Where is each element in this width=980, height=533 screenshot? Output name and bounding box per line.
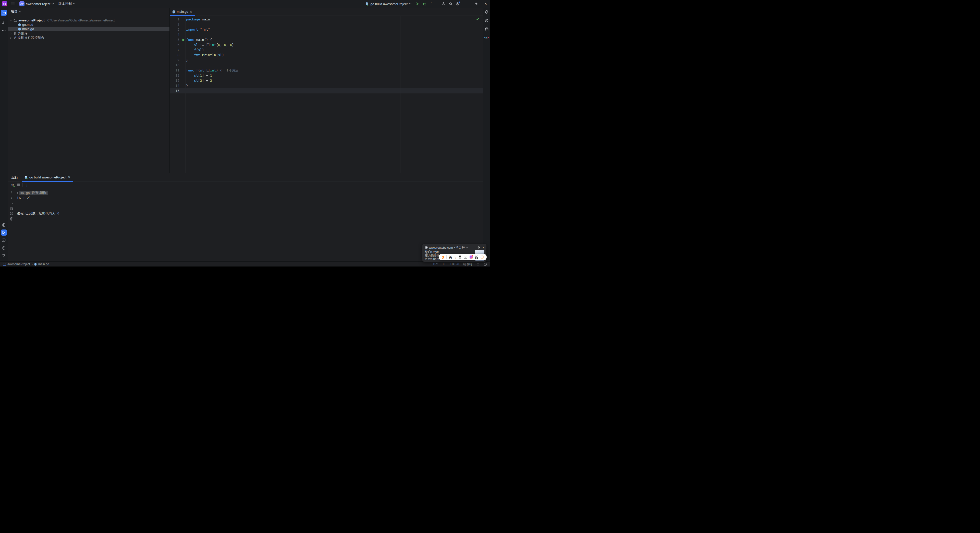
close-tab-icon[interactable]: ✕ (68, 176, 70, 179)
code-line[interactable]: 15 (170, 88, 483, 94)
readonly-toggle-icon[interactable] (476, 263, 479, 266)
vcs-menu[interactable]: 版本控制 (57, 1, 76, 7)
code-line[interactable]: 5func main() { (170, 37, 483, 42)
code-line[interactable]: 6 sl := []int{6, 6, 6} (170, 42, 483, 48)
more-actions-button[interactable]: ⋮ (428, 1, 434, 7)
restore-button[interactable] (472, 0, 480, 8)
code-line[interactable]: 10 (170, 63, 483, 68)
notification-settings-icon[interactable] (477, 246, 480, 249)
soft-wrap-button[interactable] (10, 201, 13, 205)
inspection-widget-icon[interactable] (484, 263, 487, 266)
code-line[interactable]: 13 sl[2] = 2 (170, 78, 483, 83)
ime-emoji-icon[interactable] (480, 256, 484, 259)
editor-options-button[interactable]: ⋮ (477, 10, 481, 14)
run-panel-header: 运行 go build awesomeProject ✕ (8, 173, 483, 182)
run-tool-button[interactable] (1, 229, 7, 235)
breadcrumb-file[interactable]: main.go (38, 263, 49, 266)
more-tool-windows-button[interactable] (1, 27, 7, 33)
ime-toolbox-icon[interactable] (475, 256, 478, 259)
process-exit-message: 进程 已完成，退出代码为 0 (17, 212, 59, 215)
project-name: awesomeProject (26, 2, 50, 6)
code-token: ) { (216, 68, 224, 72)
encoding-widget[interactable]: UTF-8 (450, 263, 459, 266)
code-line[interactable]: 14} (170, 83, 483, 88)
code-line[interactable]: 11func f(sl []int) { 1 个用法 (170, 68, 483, 73)
project-avatar: AP (19, 1, 24, 6)
code-line[interactable]: 3import "fmt" (170, 27, 483, 32)
ime-mic-icon[interactable] (458, 255, 461, 259)
code-line[interactable]: 9} (170, 58, 483, 63)
line-number: 10 (170, 63, 181, 68)
ime-punctuation-icon[interactable]: ’, (455, 256, 456, 259)
fold-expand-icon[interactable]: > (17, 191, 19, 195)
minimize-button[interactable]: — (462, 0, 471, 8)
run-button[interactable] (414, 1, 420, 7)
project-selector[interactable]: AP awesomeProject (18, 0, 55, 7)
code-token: ] = (202, 79, 210, 83)
close-window-button[interactable]: ✕ (481, 0, 490, 8)
project-tool-button[interactable] (1, 10, 7, 16)
code-line[interactable]: 12 sl[1] = 1 (170, 73, 483, 78)
notification-header: www.youtube.com • 8 分钟 ✕ (425, 245, 484, 250)
structure-tool-button[interactable] (1, 20, 7, 26)
clear-console-button[interactable] (10, 217, 13, 221)
code-line[interactable]: 8 fmt.Println(sl) (170, 53, 483, 58)
console-output[interactable]: ><4 go 设置调用> [6 1 2] 进程 已完成，退出代码为 0 (15, 188, 483, 261)
run-line-icon[interactable] (181, 37, 186, 42)
project-panel-header[interactable]: 项目 (8, 8, 169, 16)
line-separator-widget[interactable]: LF (443, 263, 446, 266)
print-button[interactable] (10, 212, 13, 215)
main-menu-button[interactable] (10, 1, 16, 7)
folded-command-chip[interactable]: <4 go 设置调用> (19, 191, 48, 195)
code-with-me-button[interactable] (441, 1, 447, 7)
version-control-tool-button[interactable] (1, 253, 7, 259)
debug-button[interactable] (421, 1, 427, 7)
rerun-button[interactable]: ↻ (11, 183, 14, 187)
run-configuration-selector[interactable]: go build awesomeProject (364, 2, 413, 6)
code-line[interactable]: 1package main (170, 17, 483, 22)
indent-widget[interactable]: 制表符 (463, 262, 473, 267)
close-tab-icon[interactable]: ✕ (189, 10, 192, 14)
code-token (194, 68, 196, 72)
code-line[interactable]: 7 f(sl) (170, 48, 483, 53)
tree-item-main-go[interactable]: main.go (8, 27, 169, 31)
ime-toolbar[interactable]: S 英 ’, (439, 254, 487, 260)
scroll-to-end-button[interactable] (10, 207, 13, 210)
ime-language-mode[interactable]: 英 (449, 256, 452, 259)
ime-keyboard-icon[interactable] (464, 256, 467, 259)
tree-item-external-libraries[interactable]: 外部库 (8, 31, 169, 35)
editor-tab-main-go[interactable]: main.go ✕ (170, 8, 195, 16)
tree-item-go-mod[interactable]: go.mod (8, 22, 169, 27)
problems-tool-button[interactable] (1, 245, 7, 251)
notifications-button[interactable] (485, 10, 489, 14)
code-line[interactable]: 4 (170, 32, 483, 37)
code-text (186, 63, 186, 68)
stop-button[interactable] (17, 183, 20, 186)
code-text: f(sl) (186, 48, 204, 53)
notification-close-icon[interactable]: ✕ (482, 246, 484, 249)
code-editor[interactable]: 1package main23import "fmt"45func main()… (170, 16, 483, 173)
caret-position-widget[interactable]: 15:1 (433, 263, 439, 266)
prev-occurrence-button[interactable]: ↑ (11, 191, 12, 194)
database-button[interactable] (485, 27, 489, 32)
run-more-options-button[interactable]: ⋮ (25, 183, 29, 187)
terminal-tool-button[interactable] (1, 237, 7, 243)
project-panel: 项目 awesomeProjec (8, 8, 170, 173)
run-tab-label: go build awesomeProject (29, 175, 66, 179)
settings-button[interactable] (455, 1, 461, 7)
next-occurrence-button[interactable]: ↓ (11, 196, 12, 199)
chevron-down-icon (19, 11, 21, 13)
ime-skin-icon[interactable] (469, 256, 473, 259)
ai-assistant-button[interactable] (485, 19, 489, 23)
search-everywhere-button[interactable] (448, 1, 454, 7)
breadcrumb-project[interactable]: awesomeProject (7, 263, 30, 266)
web-tags-button[interactable]: </> (484, 36, 489, 39)
tree-item-scratches[interactable]: 临时文件和控制台 (8, 35, 169, 40)
run-tab-go-build[interactable]: go build awesomeProject ✕ (22, 173, 73, 181)
services-tool-button[interactable] (1, 222, 7, 228)
code-token: f (194, 48, 196, 52)
status-breadcrumb[interactable]: awesomeProject › main.go (3, 263, 49, 266)
tree-root-awesomeproject[interactable]: awesomeProject C:\Users\meowr\GolandProj… (8, 18, 169, 22)
sogou-logo-icon[interactable]: S (442, 255, 444, 259)
code-line[interactable]: 2 (170, 22, 483, 27)
